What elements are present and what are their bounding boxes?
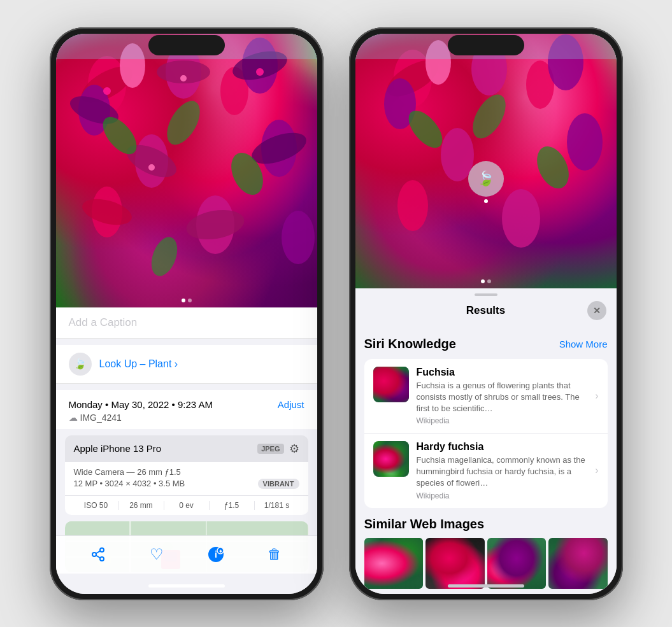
phone-left: Add a Caption 🍃 Look Up – Plant › xyxy=(50,27,324,600)
hardy-source: Wikipedia xyxy=(417,491,588,500)
phone-screen-right: 🍃 Results ✕ xyxy=(355,34,617,594)
settings-icon: ⚙ xyxy=(289,442,299,456)
date-row: Monday • May 30, 2022 • 9:23 AM Adjust ☁… xyxy=(56,390,317,429)
results-title: Results xyxy=(385,304,587,317)
cloud-icon: ☁ xyxy=(69,412,78,423)
svg-point-22 xyxy=(147,233,182,279)
home-indicator xyxy=(148,584,225,588)
svg-point-18 xyxy=(282,211,315,264)
hardy-thumb xyxy=(373,441,409,477)
vibrant-badge: VIBRANT xyxy=(258,479,299,489)
show-more-button[interactable]: Show More xyxy=(559,339,608,349)
similar-img-4[interactable] xyxy=(548,538,608,589)
info-button[interactable]: i ✦ xyxy=(202,540,230,568)
delete-button[interactable]: 🗑 xyxy=(261,540,289,568)
knowledge-item-hardy[interactable]: Hardy fuchsia Fuchsia magellanica, commo… xyxy=(364,433,608,508)
svg-point-37 xyxy=(100,548,104,552)
fuchsia-text: Fuchsia Fuchsia is a genus of flowering … xyxy=(417,367,588,426)
visual-lookup-button[interactable]: 🍃 xyxy=(468,161,504,197)
similar-img-1[interactable] xyxy=(364,538,424,589)
exif-aperture: ƒ1.5 xyxy=(210,501,255,510)
exif-row: ISO 50 26 mm 0 ev ƒ1.5 1/181 s xyxy=(65,495,308,515)
lookup-icon: 🍃 xyxy=(69,353,92,376)
lookup-text: Look Up – Plant › xyxy=(99,358,178,370)
svg-point-39 xyxy=(100,557,104,561)
similar-title: Similar Web Images xyxy=(364,517,608,532)
results-panel: Results ✕ Siri Knowledge Show More xyxy=(355,288,617,594)
hardy-desc: Fuchsia magellanica, commonly known as t… xyxy=(417,454,588,490)
fuchsia-desc: Fuchsia is a genus of flowering plants t… xyxy=(417,380,588,415)
home-indicator-right xyxy=(448,584,524,588)
similar-img-2[interactable] xyxy=(425,538,485,589)
device-card: Apple iPhone 13 Pro JPEG ⚙ Wide Camera —… xyxy=(65,435,308,515)
siri-knowledge-title: Siri Knowledge xyxy=(364,337,456,351)
close-button[interactable]: ✕ xyxy=(587,301,606,320)
share-button[interactable] xyxy=(84,540,112,568)
results-header: Results ✕ xyxy=(355,301,617,328)
knowledge-list: Fuchsia Fuchsia is a genus of flowering … xyxy=(364,359,608,508)
lookup-dot xyxy=(484,199,488,203)
svg-point-56 xyxy=(466,89,512,144)
siri-knowledge-header: Siri Knowledge Show More xyxy=(364,337,608,356)
fuchsia-thumb xyxy=(373,367,409,402)
photo-display xyxy=(56,34,317,307)
fuchsia-name: Fuchsia xyxy=(417,367,588,378)
hardy-text: Hardy fuchsia Fuchsia magellanica, commo… xyxy=(417,441,588,500)
svg-point-25 xyxy=(256,68,264,76)
similar-images-grid xyxy=(364,538,608,589)
caption-area[interactable]: Add a Caption xyxy=(56,307,317,339)
similar-section: Similar Web Images xyxy=(364,517,608,589)
favorite-button[interactable]: ♡ xyxy=(143,540,171,568)
filename: IMG_4241 xyxy=(80,412,122,423)
svg-point-20 xyxy=(160,95,206,150)
chevron-right-icon: › xyxy=(595,390,598,402)
svg-point-17 xyxy=(183,206,246,243)
exif-iso: ISO 50 xyxy=(74,501,119,510)
drag-handle[interactable] xyxy=(475,293,497,296)
svg-point-54 xyxy=(502,189,540,248)
hardy-name: Hardy fuchsia xyxy=(417,441,588,453)
caption-placeholder: Add a Caption xyxy=(69,316,138,328)
svg-point-24 xyxy=(180,75,187,81)
date-text: Monday • May 30, 2022 • 9:23 AM xyxy=(69,399,213,410)
svg-point-53 xyxy=(397,180,428,231)
svg-point-52 xyxy=(567,113,603,171)
svg-point-23 xyxy=(103,87,111,95)
lookup-row[interactable]: 🍃 Look Up – Plant › xyxy=(56,345,317,384)
adjust-button[interactable]: Adjust xyxy=(278,399,304,410)
exif-shutter: 1/181 s xyxy=(255,501,299,510)
svg-point-26 xyxy=(148,164,155,171)
notch-right xyxy=(448,35,524,55)
similar-img-3[interactable] xyxy=(487,538,547,589)
fuchsia-source: Wikipedia xyxy=(417,416,588,425)
jpeg-badge: JPEG xyxy=(257,444,283,454)
toolbar: ♡ i ✦ 🗑 xyxy=(56,535,317,574)
device-name: Apple iPhone 13 Pro xyxy=(74,443,162,454)
notch xyxy=(148,35,225,55)
svg-point-38 xyxy=(92,553,96,556)
exif-focal: 26 mm xyxy=(119,501,164,510)
phone-right: 🍃 Results ✕ xyxy=(349,27,623,600)
photo2-display: 🍃 xyxy=(355,34,617,288)
knowledge-item-fuchsia[interactable]: Fuchsia Fuchsia is a genus of flowering … xyxy=(364,359,608,434)
exif-ev: 0 ev xyxy=(164,501,210,510)
photo2-dots xyxy=(481,279,491,283)
chevron-right-icon-2: › xyxy=(595,465,598,476)
camera-type: Wide Camera — 26 mm ƒ1.5 xyxy=(74,467,299,477)
resolution: 12 MP • 3024 × 4032 • 3.5 MB VIBRANT xyxy=(74,479,299,488)
svg-text:✦: ✦ xyxy=(218,549,222,554)
phone-screen-left: Add a Caption 🍃 Look Up – Plant › xyxy=(56,34,317,594)
